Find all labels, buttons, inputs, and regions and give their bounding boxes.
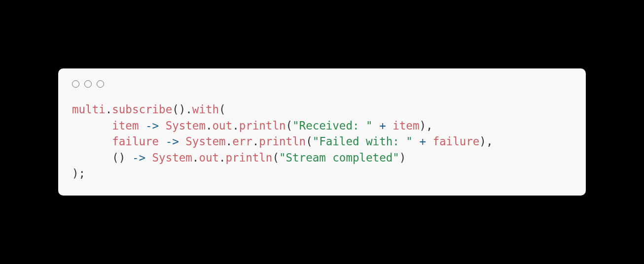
- code-window: multi.subscribe().with( item -> System.o…: [58, 68, 586, 196]
- window-controls: [72, 80, 572, 88]
- window-dot-1: [72, 80, 79, 88]
- window-dot-3: [97, 80, 104, 88]
- window-dot-2: [84, 80, 92, 88]
- code-line-2: item -> System.out.println("Received: " …: [72, 119, 433, 132]
- code-line-4: () -> System.out.println("Stream complet…: [72, 151, 406, 164]
- code-block: multi.subscribe().with( item -> System.o…: [72, 101, 572, 182]
- code-line-3: failure -> System.err.println("Failed wi…: [72, 135, 493, 148]
- code-line-5: );: [72, 167, 85, 180]
- code-line-1: multi.subscribe().with(: [72, 103, 226, 116]
